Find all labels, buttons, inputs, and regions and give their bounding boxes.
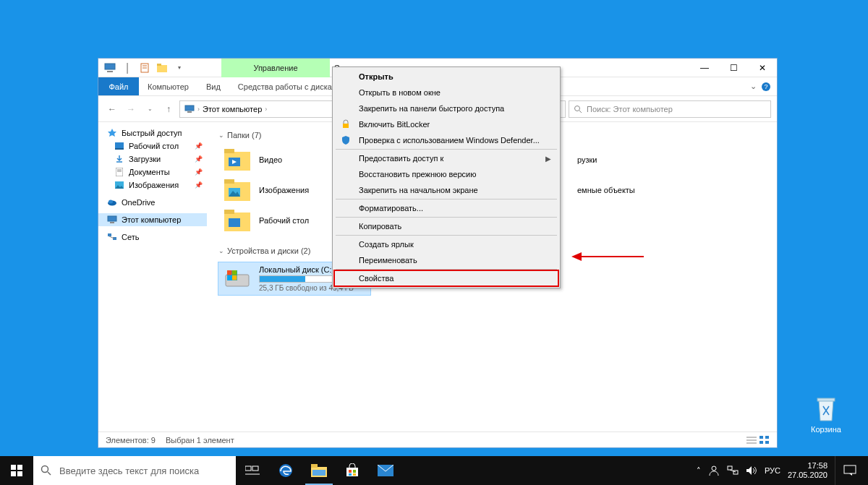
up-button[interactable]: ↑	[161, 101, 176, 117]
notification-center[interactable]	[835, 456, 864, 485]
search-placeholder: Введите здесь текст для поиска	[59, 465, 199, 476]
svg-rect-1	[107, 71, 113, 72]
taskbar-mail[interactable]	[369, 456, 402, 485]
sidebar-network[interactable]: Сеть	[98, 231, 207, 244]
section-title: Папки (7)	[227, 131, 261, 140]
tray-network-icon[interactable]	[727, 465, 739, 476]
tab-view[interactable]: Вид	[197, 77, 229, 95]
svg-rect-25	[108, 233, 111, 236]
taskbar: Введите здесь текст для поиска ˄ РУС 17:…	[0, 456, 868, 485]
properties-icon[interactable]	[139, 62, 150, 74]
ctx-bitlocker[interactable]: Включить BitLocker	[334, 116, 558, 132]
svg-rect-75	[349, 470, 352, 473]
svg-rect-81	[728, 466, 732, 470]
folder-3d-partial[interactable]: емные объекты	[537, 176, 696, 205]
sidebar-onedrive[interactable]: OneDrive	[98, 196, 207, 209]
tray-clock[interactable]: 17:58 27.05.2020	[788, 461, 827, 479]
sidebar-desktop[interactable]: Рабочий стол📌	[98, 140, 207, 153]
address-chevron-icon[interactable]: ›	[265, 106, 267, 113]
recent-dropdown[interactable]: ⌄	[142, 101, 158, 117]
svg-rect-61	[11, 465, 16, 470]
svg-rect-14	[115, 142, 124, 148]
ctx-open-new-window[interactable]: Открыть в новом окне	[334, 85, 558, 100]
sidebar-downloads[interactable]: Загрузки📌	[98, 153, 207, 166]
start-button[interactable]	[0, 456, 33, 485]
tray-volume-icon[interactable]	[746, 465, 757, 476]
ctx-separator	[336, 199, 557, 199]
downloads-icon	[114, 154, 124, 164]
svg-rect-55	[760, 441, 763, 444]
desktop-recycle-bin[interactable]: Корзина	[804, 395, 848, 434]
clock-time: 17:58	[788, 461, 827, 471]
ctx-pin-quick-access[interactable]: Закрепить на панели быстрого доступа	[334, 100, 558, 116]
tab-file[interactable]: Файл	[98, 77, 139, 95]
tray-language[interactable]: РУС	[765, 466, 780, 475]
ctx-pin-start[interactable]: Закрепить на начальном экране	[334, 182, 558, 198]
folder-label: емные объекты	[577, 186, 635, 194]
onedrive-icon	[107, 197, 117, 207]
svg-rect-23	[108, 216, 116, 221]
ctx-label: Свойства	[359, 274, 393, 283]
ctx-open[interactable]: Открыть	[334, 69, 558, 85]
ctx-separator	[336, 217, 557, 218]
svg-rect-85	[844, 465, 856, 473]
svg-rect-56	[765, 441, 769, 444]
address-chevron-icon[interactable]: ›	[197, 106, 200, 113]
svg-rect-24	[110, 222, 114, 223]
sidebar-pictures[interactable]: Изображения📌	[98, 179, 207, 192]
task-view-button[interactable]	[236, 456, 269, 485]
address-pc-icon	[184, 105, 195, 113]
sidebar-documents[interactable]: Документы📌	[98, 166, 207, 179]
minimize-button[interactable]: —	[690, 59, 719, 77]
ctx-defender[interactable]: Проверка с использованием Windows Defend…	[334, 132, 558, 148]
svg-marker-84	[746, 466, 752, 475]
new-folder-icon[interactable]	[156, 62, 168, 74]
svg-point-22	[109, 200, 113, 204]
ctx-create-shortcut[interactable]: Создать ярлык	[334, 236, 558, 252]
sidebar-quick-access[interactable]: Быстрый доступ	[98, 126, 207, 140]
svg-line-12	[579, 111, 582, 113]
status-bar: Элементов: 9 Выбран 1 элемент	[98, 432, 777, 447]
close-button[interactable]: ✕	[748, 59, 777, 77]
svg-rect-53	[760, 436, 763, 439]
sidebar-label: Рабочий стол	[129, 142, 179, 150]
bitlocker-icon	[340, 119, 352, 130]
qat-dropdown-icon[interactable]: ▾	[174, 62, 185, 74]
folder-label: Рабочий стол	[259, 216, 309, 225]
icons-view-icon[interactable]	[760, 436, 770, 445]
pin-icon: 📌	[195, 142, 203, 150]
search-box[interactable]: Поиск: Этот компьютер	[569, 100, 771, 118]
folder-downloads-partial[interactable]: рузки	[537, 145, 696, 174]
taskbar-store[interactable]	[336, 456, 369, 485]
ctx-format[interactable]: Форматировать...	[334, 200, 558, 216]
ctx-label: Включить BitLocker	[359, 120, 430, 129]
maximize-button[interactable]: ☐	[719, 59, 748, 77]
ctx-label: Создать ярлык	[359, 240, 414, 249]
ctx-restore-previous[interactable]: Восстановить прежнюю версию	[334, 166, 558, 182]
details-view-icon[interactable]	[746, 436, 757, 445]
taskbar-edge[interactable]	[269, 456, 302, 485]
recycle-bin-label: Корзина	[804, 425, 848, 434]
ctx-rename[interactable]: Переименовать	[334, 252, 558, 268]
taskbar-search[interactable]: Введите здесь текст для поиска	[33, 456, 236, 485]
tray-people-icon[interactable]	[708, 465, 720, 476]
search-icon	[41, 465, 52, 476]
ctx-properties[interactable]: Свойства	[334, 270, 558, 286]
ribbon-expand-icon[interactable]: ⌄	[750, 82, 757, 91]
manage-context-tab[interactable]: Управление	[221, 59, 330, 77]
taskbar-file-explorer[interactable]	[302, 456, 336, 485]
svg-rect-10	[187, 111, 192, 113]
ctx-give-access[interactable]: Предоставить доступ к▶	[334, 150, 558, 166]
ctx-copy[interactable]: Копировать	[334, 218, 558, 234]
tab-computer[interactable]: Компьютер	[139, 77, 197, 95]
forward-button[interactable]: →	[123, 101, 139, 117]
address-root[interactable]: Этот компьютер	[203, 105, 262, 113]
help-icon[interactable]: ?	[761, 82, 771, 92]
clock-date: 27.05.2020	[788, 471, 827, 480]
section-title: Устройства и диски (2)	[227, 246, 310, 255]
tray-chevron-up-icon[interactable]: ˄	[697, 466, 701, 476]
show-desktop[interactable]	[864, 456, 868, 485]
sidebar-this-pc[interactable]: Этот компьютер	[98, 213, 207, 226]
back-button[interactable]: ←	[104, 101, 120, 117]
search-placeholder: Поиск: Этот компьютер	[587, 105, 673, 113]
